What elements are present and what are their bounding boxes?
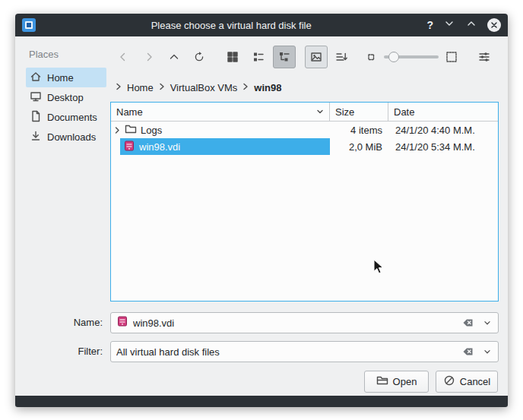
- sidebar-item-label: Home: [47, 72, 74, 84]
- file-name: win98.vdi: [139, 141, 180, 153]
- breadcrumb-item-current[interactable]: win98: [254, 82, 281, 93]
- filter-input[interactable]: [116, 346, 455, 358]
- cancel-button[interactable]: Cancel: [436, 371, 498, 393]
- clear-text-icon[interactable]: [460, 314, 475, 331]
- name-cell: win98.vdi: [111, 138, 330, 155]
- column-label: Name: [116, 106, 143, 118]
- icon-view-button[interactable]: [221, 46, 244, 68]
- forward-button[interactable]: [138, 46, 160, 68]
- expander-icon[interactable]: [111, 126, 123, 134]
- details-view-button[interactable]: [247, 46, 270, 68]
- zoom-out-icon[interactable]: [360, 46, 382, 68]
- sort-indicator-icon: [316, 106, 324, 118]
- column-label: Date: [394, 106, 414, 118]
- download-icon: [30, 130, 42, 144]
- chevron-right-icon: [241, 82, 250, 93]
- name-combobox[interactable]: [110, 312, 499, 333]
- file-name: Logs: [141, 125, 162, 136]
- filter-combobox[interactable]: [110, 341, 499, 362]
- sidebar-item-label: Downloads: [47, 131, 96, 143]
- sidebar-item-home[interactable]: Home: [26, 68, 106, 87]
- dropdown-chevron-icon[interactable]: [480, 314, 495, 331]
- open-button-label: Open: [393, 376, 417, 387]
- breadcrumb-item-virtualbox-vms[interactable]: VirtualBox VMs: [170, 82, 238, 93]
- places-panel: Places Home Desktop Documents: [26, 47, 106, 147]
- refresh-button[interactable]: [188, 46, 211, 68]
- sidebar-item-downloads[interactable]: Downloads: [26, 127, 106, 147]
- file-dialog-window: Please choose a virtual hard disk file ?…: [15, 14, 508, 407]
- name-input[interactable]: [133, 317, 455, 329]
- places-header: Places: [26, 47, 106, 68]
- document-icon: [30, 110, 42, 125]
- sidebar-item-label: Desktop: [47, 92, 84, 103]
- close-button[interactable]: [487, 18, 501, 32]
- file-list-header: Name Size Date: [111, 103, 498, 122]
- filter-field-label: Filter:: [46, 346, 103, 357]
- chevron-right-icon[interactable]: [114, 82, 123, 93]
- options-menu-button[interactable]: [473, 46, 496, 68]
- preview-toggle-button[interactable]: [305, 46, 328, 68]
- window-title: Please choose a virtual hard disk file: [42, 20, 420, 31]
- chevron-right-icon: [157, 82, 166, 93]
- size-cell: 4 items: [330, 125, 388, 136]
- window-bottom-frame: [15, 396, 508, 407]
- home-icon: [30, 71, 42, 85]
- back-button[interactable]: [112, 46, 135, 68]
- vdi-file-icon: [116, 315, 128, 330]
- breadcrumb: Home VirtualBox VMs win98: [114, 80, 281, 95]
- tree-view-button[interactable]: [273, 46, 296, 68]
- name-field-label: Name:: [46, 317, 103, 328]
- sidebar-item-documents[interactable]: Documents: [26, 107, 106, 127]
- chevron-up-icon[interactable]: [465, 17, 477, 33]
- sidebar-item-label: Documents: [47, 112, 97, 123]
- breadcrumb-item-home[interactable]: Home: [127, 82, 154, 93]
- zoom-in-icon[interactable]: [440, 46, 463, 68]
- virtualbox-app-icon: [22, 18, 36, 32]
- cancel-icon: [443, 374, 455, 389]
- column-header-date[interactable]: Date: [388, 103, 498, 121]
- date-cell: 24/1/20 5:34 M.M.: [388, 141, 498, 153]
- desktop-icon: [30, 90, 42, 105]
- zoom-slider-handle[interactable]: [388, 52, 399, 62]
- cancel-button-label: Cancel: [460, 376, 490, 387]
- name-cell: Logs: [111, 122, 330, 138]
- open-button[interactable]: Open: [364, 371, 429, 393]
- titlebar[interactable]: Please choose a virtual hard disk file ?: [15, 14, 508, 36]
- column-header-name[interactable]: Name: [111, 103, 330, 121]
- mouse-cursor: [373, 259, 385, 279]
- folder-icon: [125, 123, 137, 137]
- chevron-down-icon[interactable]: [443, 17, 455, 33]
- zoom-slider[interactable]: [382, 46, 440, 68]
- date-cell: 24/1/20 4:40 M.M.: [388, 125, 498, 136]
- size-cell: 2,0 MiB: [330, 141, 388, 153]
- column-label: Size: [335, 106, 354, 118]
- file-list-view[interactable]: Name Size Date: [110, 102, 499, 302]
- sort-button[interactable]: [330, 46, 353, 68]
- table-row-win98-vdi[interactable]: win98.vdi 2,0 MiB 24/1/20 5:34 M.M.: [111, 138, 498, 155]
- sidebar-item-desktop[interactable]: Desktop: [26, 87, 106, 107]
- open-folder-icon: [376, 374, 388, 389]
- dropdown-chevron-icon[interactable]: [480, 343, 495, 360]
- table-row-logs[interactable]: Logs 4 items 24/1/20 4:40 M.M.: [111, 122, 498, 138]
- selected-item-highlight[interactable]: win98.vdi: [120, 138, 330, 155]
- up-button[interactable]: [163, 46, 185, 68]
- column-header-size[interactable]: Size: [330, 103, 388, 121]
- vdi-file-icon: [123, 140, 135, 154]
- clear-text-icon[interactable]: [460, 343, 475, 360]
- dialog-content: Places Home Desktop Documents: [15, 36, 508, 396]
- help-button[interactable]: ?: [426, 19, 433, 31]
